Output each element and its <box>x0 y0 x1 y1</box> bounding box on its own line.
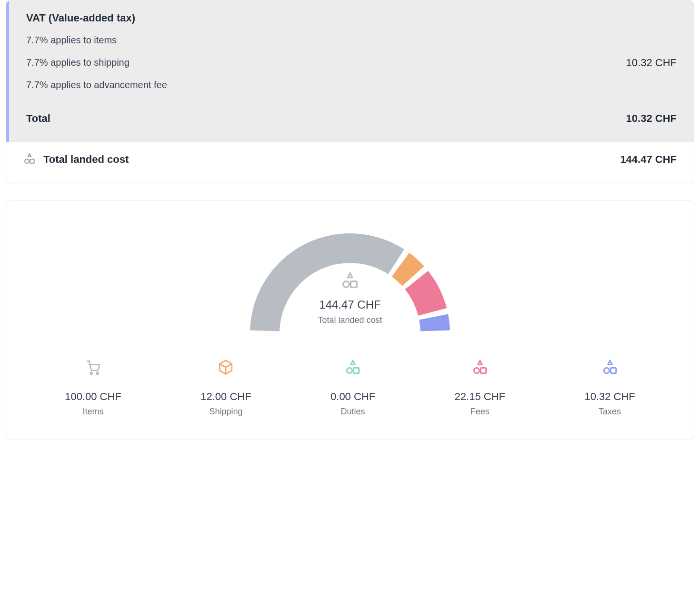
svg-point-5 <box>96 372 98 374</box>
vat-block: VAT (Value-added tax) 7.7% applies to it… <box>6 0 694 142</box>
stat-fees: 22.15 CHF Fees <box>455 357 505 417</box>
svg-rect-11 <box>610 368 616 373</box>
svg-point-6 <box>347 368 352 373</box>
svg-rect-3 <box>351 281 357 288</box>
stat-duties: 0.00 CHF Duties <box>330 357 375 417</box>
vat-lines: 7.7% applies to items 7.7% applies to sh… <box>26 35 167 90</box>
svg-point-2 <box>343 281 350 288</box>
vat-total-amount: 10.32 CHF <box>626 112 677 125</box>
stat-duties-label: Duties <box>341 407 365 417</box>
stats-row: 100.00 CHF Items 12.00 CHF Shipping <box>25 357 675 417</box>
cart-icon <box>85 357 101 377</box>
svg-rect-1 <box>30 159 34 163</box>
vat-body: 7.7% applies to items 7.7% applies to sh… <box>26 35 677 90</box>
gauge-area: 144.47 CHF Total landed cost <box>25 224 675 338</box>
shapes-icon <box>345 357 361 377</box>
vat-line-advancement: 7.7% applies to advancement fee <box>26 80 167 90</box>
svg-rect-7 <box>354 368 359 373</box>
vat-line-shipping: 7.7% applies to shipping <box>26 57 167 68</box>
stat-fees-value: 22.15 CHF <box>455 391 505 403</box>
vat-line-items: 7.7% applies to items <box>26 35 167 46</box>
stat-duties-value: 0.00 CHF <box>330 391 375 403</box>
gauge-center-label: Total landed cost <box>240 315 460 325</box>
vat-total-row: Total 10.32 CHF <box>26 112 677 137</box>
gauge-center: 144.47 CHF Total landed cost <box>240 271 460 325</box>
stat-taxes-value: 10.32 CHF <box>584 391 635 403</box>
stat-items-label: Items <box>83 407 104 417</box>
svg-point-10 <box>604 368 609 373</box>
vat-card: VAT (Value-added tax) 7.7% applies to it… <box>6 0 694 183</box>
total-landed-row: Total landed cost 144.47 CHF <box>6 142 694 183</box>
svg-point-8 <box>474 368 479 373</box>
vat-total-label: Total <box>26 112 50 125</box>
stat-fees-label: Fees <box>470 407 490 417</box>
total-landed-left: Total landed cost <box>23 152 129 167</box>
gauge-center-value: 144.47 CHF <box>240 298 460 311</box>
stat-shipping: 12.00 CHF Shipping <box>200 357 251 417</box>
stat-items: 100.00 CHF Items <box>65 357 121 417</box>
gauge-chart: 144.47 CHF Total landed cost <box>240 224 460 338</box>
stat-taxes-label: Taxes <box>599 407 621 417</box>
stat-shipping-value: 12.00 CHF <box>200 391 251 403</box>
vat-title: VAT (Value-added tax) <box>26 12 677 24</box>
vat-amount: 10.32 CHF <box>626 57 677 69</box>
svg-rect-9 <box>480 368 486 373</box>
total-landed-amount: 144.47 CHF <box>620 153 677 166</box>
svg-point-4 <box>90 372 92 374</box>
summary-card: 144.47 CHF Total landed cost 100.00 CHF … <box>6 201 694 440</box>
shapes-icon <box>240 271 460 290</box>
shapes-icon <box>23 152 36 167</box>
box-icon <box>218 357 234 377</box>
shapes-icon <box>602 357 618 377</box>
stat-taxes: 10.32 CHF Taxes <box>584 357 635 417</box>
total-landed-label: Total landed cost <box>43 153 129 166</box>
shapes-icon <box>472 357 488 377</box>
stat-items-value: 100.00 CHF <box>65 391 121 403</box>
svg-point-0 <box>25 159 29 163</box>
stat-shipping-label: Shipping <box>209 407 242 417</box>
